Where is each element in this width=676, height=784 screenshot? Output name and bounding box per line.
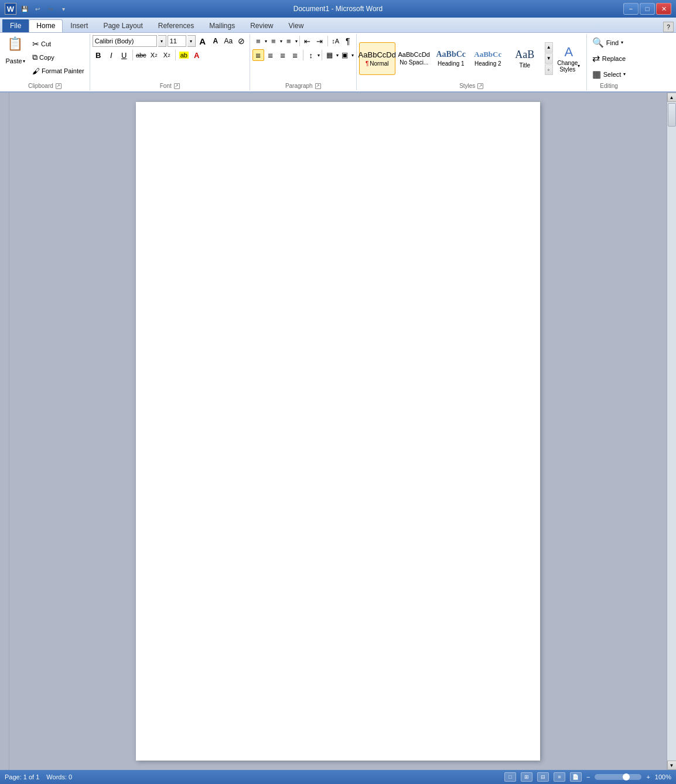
zoom-thumb[interactable] bbox=[623, 773, 630, 780]
outline-view-button[interactable]: ≡ bbox=[554, 772, 565, 782]
scroll-up-button[interactable]: ▲ bbox=[667, 93, 677, 102]
replace-button[interactable]: ⇄ Replace bbox=[589, 51, 629, 66]
paste-label: Paste▾ bbox=[5, 57, 25, 64]
style-heading1-item[interactable]: AaBbCc Heading 1 bbox=[433, 42, 469, 75]
zoom-minus-button[interactable]: − bbox=[586, 773, 590, 780]
shrink-font-button[interactable]: A bbox=[210, 35, 221, 47]
align-right-button[interactable]: ≡ bbox=[277, 49, 289, 61]
styles-scroll-down-button[interactable]: ▼ bbox=[545, 53, 553, 64]
bullets-dropdown[interactable]: ▾ bbox=[265, 39, 267, 44]
review-tab[interactable]: Review bbox=[243, 19, 281, 32]
clipboard-expand-button[interactable]: ↗ bbox=[56, 83, 62, 89]
bullets-button[interactable]: ≡ bbox=[252, 35, 264, 47]
copy-button[interactable]: ⧉ Copy bbox=[29, 51, 87, 64]
shading-button[interactable]: ▦ bbox=[324, 49, 336, 61]
multilevel-dropdown[interactable]: ▾ bbox=[295, 39, 298, 44]
font-size-dropdown[interactable]: ▾ bbox=[187, 35, 196, 47]
paste-button[interactable]: 📋 Paste▾ bbox=[2, 35, 28, 66]
style-h1-preview: AaBbCc bbox=[436, 50, 466, 59]
strikethrough-button[interactable]: abc bbox=[135, 49, 147, 61]
sort-button[interactable]: ↕A bbox=[330, 35, 342, 47]
clear-format-button[interactable]: ⊘ bbox=[235, 35, 247, 47]
align-center-button[interactable]: ≡ bbox=[265, 49, 276, 61]
subscript-button[interactable]: X2 bbox=[148, 49, 160, 61]
styles-more-button[interactable]: ⬦ bbox=[545, 64, 553, 75]
document-page[interactable] bbox=[136, 102, 540, 761]
more-qat-button[interactable]: ▾ bbox=[57, 4, 69, 14]
show-marks-button[interactable]: ¶ bbox=[342, 35, 354, 47]
undo-qat-button[interactable]: ↩ bbox=[32, 4, 43, 14]
scroll-down-button[interactable]: ▼ bbox=[667, 761, 677, 770]
styles-expand-button[interactable]: ↗ bbox=[477, 83, 483, 89]
style-h1-label: Heading 1 bbox=[438, 60, 465, 67]
font-expand-button[interactable]: ↗ bbox=[174, 83, 180, 89]
draft-view-button[interactable]: 📄 bbox=[570, 772, 582, 782]
save-qat-button[interactable]: 💾 bbox=[19, 4, 30, 14]
line-spacing-button[interactable]: ↕ bbox=[305, 49, 317, 61]
document-area[interactable] bbox=[9, 93, 667, 770]
format-painter-button[interactable]: 🖌 Format Painter bbox=[29, 64, 87, 77]
paragraph-expand-button[interactable]: ↗ bbox=[315, 83, 321, 89]
select-label: Select bbox=[603, 71, 622, 78]
font-color-button[interactable]: A bbox=[191, 49, 203, 61]
find-button[interactable]: 🔍 Find ▾ bbox=[589, 35, 626, 50]
full-reading-view-button[interactable]: ⊞ bbox=[521, 772, 532, 782]
justify-button[interactable]: ≡ bbox=[289, 49, 301, 61]
style-heading2-item[interactable]: AaBbCc Heading 2 bbox=[470, 42, 506, 75]
redo-qat-button[interactable]: ↪ bbox=[45, 4, 56, 14]
scroll-track[interactable] bbox=[667, 102, 676, 761]
underline-button[interactable]: U bbox=[118, 49, 130, 61]
style-nospace-preview: AaBbCcDd bbox=[398, 51, 430, 58]
font-name-dropdown[interactable]: ▾ bbox=[158, 35, 166, 47]
italic-button[interactable]: I bbox=[105, 49, 117, 61]
line-spacing-dropdown[interactable]: ▾ bbox=[317, 53, 320, 58]
quick-access-toolbar: 💾 ↩ ↪ ▾ bbox=[19, 4, 69, 14]
borders-button[interactable]: ▣ bbox=[339, 49, 351, 61]
web-layout-view-button[interactable]: ⊟ bbox=[537, 772, 549, 782]
help-button[interactable]: ? bbox=[663, 22, 674, 32]
find-dropdown[interactable]: ▾ bbox=[621, 40, 623, 45]
change-styles-button[interactable]: A ChangeStyles▾ bbox=[554, 42, 584, 76]
select-dropdown[interactable]: ▾ bbox=[623, 71, 626, 77]
decrease-indent-button[interactable]: ⇤ bbox=[302, 35, 313, 47]
cut-button[interactable]: ✂ Cut bbox=[29, 38, 87, 50]
borders-dropdown[interactable]: ▾ bbox=[351, 53, 354, 58]
zoom-level: 100% bbox=[655, 773, 671, 780]
bold-button[interactable]: B bbox=[93, 49, 104, 61]
insert-tab[interactable]: Insert bbox=[63, 19, 95, 32]
mailings-tab[interactable]: Mailings bbox=[202, 19, 243, 32]
file-tab[interactable]: File bbox=[2, 19, 29, 32]
scroll-thumb[interactable] bbox=[668, 103, 676, 127]
close-button[interactable]: ✕ bbox=[656, 3, 671, 15]
page-layout-tab[interactable]: Page Layout bbox=[95, 19, 150, 32]
home-tab[interactable]: Home bbox=[29, 19, 63, 32]
font-name-input[interactable] bbox=[93, 35, 157, 47]
increase-indent-button[interactable]: ⇥ bbox=[314, 35, 326, 47]
shading-dropdown[interactable]: ▾ bbox=[336, 53, 339, 58]
highlight-button[interactable]: ab bbox=[178, 49, 190, 61]
numbering-dropdown[interactable]: ▾ bbox=[280, 39, 282, 44]
zoom-plus-button[interactable]: + bbox=[646, 773, 650, 780]
select-button[interactable]: ▦ Select ▾ bbox=[589, 67, 629, 81]
grow-font-button[interactable]: A bbox=[197, 35, 209, 47]
editing-group: 🔍 Find ▾ ⇄ Replace ▦ Select ▾ Editing bbox=[587, 34, 631, 90]
multilevel-button[interactable]: ≡ bbox=[283, 35, 295, 47]
restore-button[interactable]: □ bbox=[640, 3, 655, 15]
change-case-button[interactable]: Aa bbox=[223, 35, 234, 47]
superscript-button[interactable]: X2 bbox=[161, 49, 173, 61]
style-normal-item[interactable]: AaBbCcDd ¶Normal bbox=[359, 42, 395, 75]
minimize-button[interactable]: − bbox=[623, 3, 639, 15]
style-title-item[interactable]: AaB Title bbox=[507, 42, 543, 75]
numbering-button[interactable]: ≡ bbox=[268, 35, 279, 47]
print-layout-view-button[interactable]: □ bbox=[504, 772, 516, 782]
references-tab[interactable]: References bbox=[151, 19, 202, 32]
font-size-input[interactable] bbox=[168, 35, 186, 47]
replace-icon: ⇄ bbox=[592, 53, 600, 64]
styles-scroll-up-button[interactable]: ▲ bbox=[545, 42, 553, 53]
style-no-spacing-item[interactable]: AaBbCcDd No Spaci... bbox=[396, 42, 432, 75]
zoom-slider[interactable] bbox=[595, 774, 641, 780]
view-tab[interactable]: View bbox=[281, 19, 312, 32]
align-left-button[interactable]: ≡ bbox=[252, 49, 264, 61]
change-styles-icon: A bbox=[564, 45, 573, 60]
content-area: ▲ ▼ bbox=[0, 93, 676, 770]
